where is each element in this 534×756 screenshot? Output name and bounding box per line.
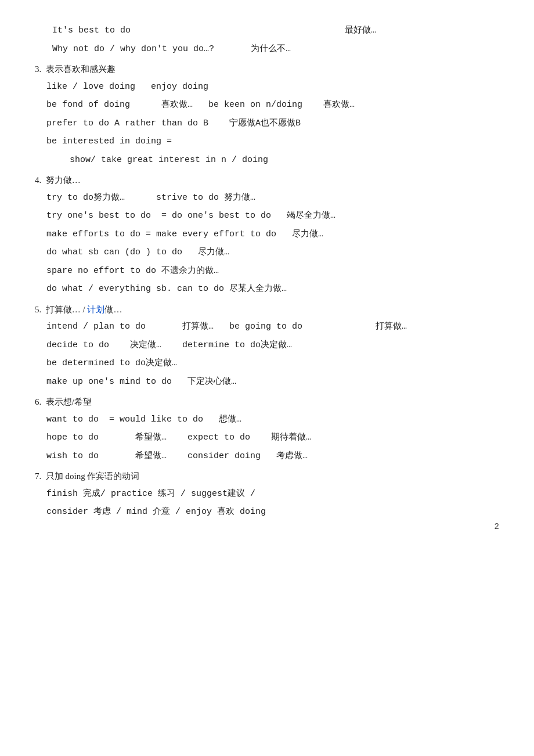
line-be-determined: be determined to do决定做… xyxy=(46,356,499,371)
line-be-interested: be interested in doing = xyxy=(46,134,499,149)
line-try-best: try one's best to do = do one's best to … xyxy=(46,208,499,224)
section-7-header: 7. 只加 doing 作宾语的动词 xyxy=(35,469,499,484)
line-its-best: It's best to do 最好做… xyxy=(35,23,499,38)
page-content: It's best to do 最好做… Why not do / why do… xyxy=(35,23,499,520)
section-6-header: 6. 表示想/希望 xyxy=(35,395,499,410)
line-be-fond: be fond of doing 喜欢做… be keen on n/doing… xyxy=(46,98,499,113)
line-do-everything: do what / everything sb. can to do 尽某人全力… xyxy=(46,282,499,297)
line-show-take: show/ take great interest in n / doing xyxy=(46,153,499,168)
line-wish-consider: wish to do 希望做… consider doing 考虑做… xyxy=(46,449,499,464)
section-3-header: 3. 表示喜欢和感兴趣 xyxy=(35,62,499,77)
line-prefer: prefer to do A rather than do B 宁愿做A也不愿做… xyxy=(46,116,499,131)
line-intend-plan: intend / plan to do 打算做… be going to do … xyxy=(46,319,499,334)
line-try-strive: try to do努力做… strive to do 努力做… xyxy=(46,190,499,206)
line-make-up-mind: make up one's mind to do 下定决心做… xyxy=(46,375,499,390)
line-why-not: Why not do / why don't you do…? 为什么不… xyxy=(35,42,499,57)
line-hope-expect: hope to do 希望做… expect to do 期待着做… xyxy=(46,430,499,445)
line-decide: decide to do 决定做… determine to do决定做… xyxy=(46,338,499,353)
line-like-love: like / love doing enjoy doing xyxy=(46,80,499,95)
line-spare-no-effort: spare no effort to do 不遗余力的做… xyxy=(46,264,499,279)
line-want-would: want to do = would like to do 想做… xyxy=(46,412,499,427)
blue-jihua: 计划 xyxy=(87,305,104,314)
line-consider-mind: consider 考虑 / mind 介意 / enjoy 喜欢 doing xyxy=(46,505,499,520)
page-number: 2 xyxy=(495,522,499,531)
line-finish-practice: finish 完成/ practice 练习 / suggest建议 / xyxy=(46,487,499,502)
section-5-header: 5. 打算做… / 计划做… xyxy=(35,303,499,318)
line-do-what-sb: do what sb can (do ) to do 尽力做… xyxy=(46,245,499,260)
section-4-header: 4. 努力做… xyxy=(35,173,499,188)
line-make-efforts: make efforts to do = make every effort t… xyxy=(46,227,499,242)
